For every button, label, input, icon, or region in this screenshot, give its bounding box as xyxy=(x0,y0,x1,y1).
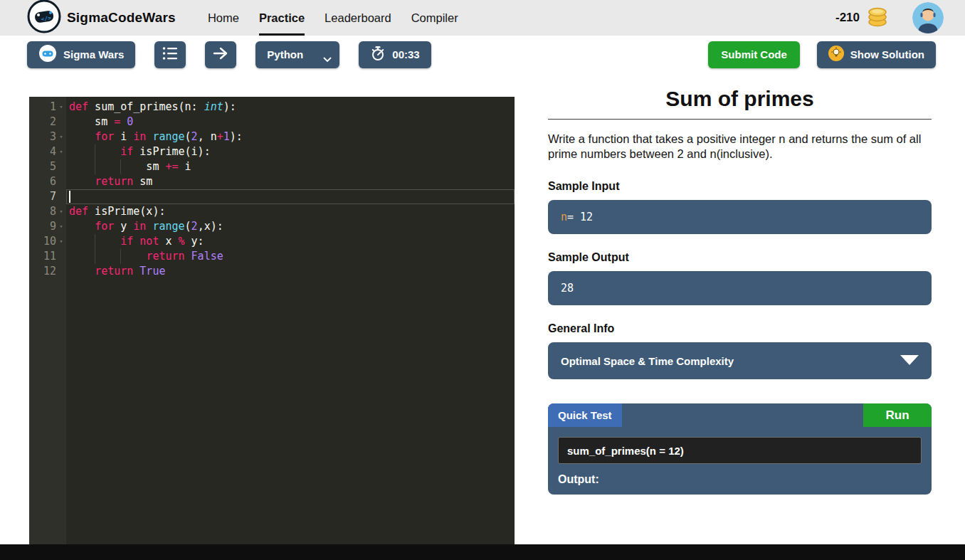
nav-item-home[interactable]: Home xyxy=(208,0,239,36)
problem-list-button[interactable] xyxy=(154,41,186,68)
fold-spacer xyxy=(56,249,66,264)
line-number: 5 xyxy=(29,159,56,174)
sample-input-rest: = 12 xyxy=(567,211,593,223)
general-info-accordion[interactable]: Optimal Space & Time Complexity xyxy=(548,342,932,379)
code-text: return False xyxy=(66,249,515,264)
gamepad-logo-icon: </> xyxy=(27,0,61,36)
toolbar: Sigma Wars Python xyxy=(0,36,965,69)
code-line[interactable]: 12 return True xyxy=(29,264,515,279)
timer-button[interactable]: 00:33 xyxy=(359,41,431,68)
brand[interactable]: </> SigmaCodeWars xyxy=(27,0,176,36)
sigma-wars-label: Sigma Wars xyxy=(63,48,124,60)
code-text: return True xyxy=(66,264,515,279)
line-number: 1 xyxy=(29,100,56,115)
stopwatch-icon xyxy=(370,46,386,63)
code-text: for y in range(2,x): xyxy=(66,219,515,234)
nav-item-compiler[interactable]: Compiler xyxy=(411,0,458,36)
lightbulb-icon xyxy=(828,46,844,63)
code-line[interactable]: 10▾ if not x % y: xyxy=(29,234,515,249)
output-label: Output: xyxy=(558,473,922,486)
code-line[interactable]: 11 return False xyxy=(29,249,515,264)
show-solution-label: Show Solution xyxy=(850,48,924,60)
fold-spacer xyxy=(56,115,66,130)
fold-marker-icon[interactable]: ▾ xyxy=(56,219,66,234)
code-area: 1▾def sum_of_primes(n: int):2 sm = 03▾ f… xyxy=(29,100,515,279)
list-icon xyxy=(162,46,178,63)
fold-spacer xyxy=(56,174,66,189)
line-number: 2 xyxy=(29,115,56,130)
quick-test-body: Output: xyxy=(548,427,932,495)
code-line[interactable]: 8▾def isPrime(x): xyxy=(29,204,515,219)
code-text xyxy=(66,189,515,204)
title-divider xyxy=(548,119,932,120)
line-number: 9 xyxy=(29,219,56,234)
app-window: </> SigmaCodeWars Home Practice Leaderbo… xyxy=(0,0,965,560)
fold-marker-icon[interactable]: ▾ xyxy=(56,234,66,249)
code-text: sm = 0 xyxy=(66,115,515,130)
quick-test-panel: Quick Test Run Output: xyxy=(548,403,932,495)
language-select-wrap: Python xyxy=(255,41,339,68)
line-number: 3 xyxy=(29,130,56,144)
sigma-wars-button[interactable]: Sigma Wars xyxy=(27,41,135,68)
quick-test-expression-input[interactable] xyxy=(558,437,922,464)
code-line[interactable]: 9▾ for y in range(2,x): xyxy=(29,219,515,234)
code-text: sm += i xyxy=(66,159,515,174)
run-button[interactable]: Run xyxy=(863,403,932,427)
bottom-bar xyxy=(0,544,965,560)
avatar[interactable] xyxy=(912,2,944,33)
sample-output-label: Sample Output xyxy=(548,251,932,264)
code-text: def sum_of_primes(n: int): xyxy=(66,100,515,115)
code-line[interactable]: 3▾ for i in range(2, n+1): xyxy=(29,130,515,144)
code-editor[interactable]: 1▾def sum_of_primes(n: int):2 sm = 03▾ f… xyxy=(29,97,515,544)
problem-panel: Sum of primes Write a function that take… xyxy=(548,87,932,495)
line-number: 10 xyxy=(29,234,56,249)
problem-title: Sum of primes xyxy=(548,87,932,111)
fold-marker-icon[interactable]: ▾ xyxy=(56,144,66,159)
fold-marker-icon[interactable]: ▾ xyxy=(56,130,66,144)
line-number: 4 xyxy=(29,144,56,159)
quick-test-header-spacer xyxy=(622,403,863,427)
sample-output-box: 28 xyxy=(548,271,932,305)
line-number: 7 xyxy=(29,189,56,204)
code-text: def isPrime(x): xyxy=(66,204,515,219)
line-number: 8 xyxy=(29,204,56,219)
line-number: 6 xyxy=(29,174,56,189)
arrow-right-icon xyxy=(213,46,228,63)
fold-spacer xyxy=(56,159,66,174)
navbar-right: -210 xyxy=(835,2,944,33)
code-line[interactable]: 1▾def sum_of_primes(n: int): xyxy=(29,100,515,115)
fold-spacer xyxy=(56,264,66,279)
code-line[interactable]: 4▾ if isPrime(i): xyxy=(29,144,515,159)
language-select[interactable]: Python xyxy=(255,41,339,68)
nav-links: Home Practice Leaderboard Compiler xyxy=(208,0,458,36)
line-number: 12 xyxy=(29,264,56,279)
code-line[interactable]: 2 sm = 0 xyxy=(29,115,515,130)
submit-code-button[interactable]: Submit Code xyxy=(708,41,800,68)
code-line[interactable]: 6 return sm xyxy=(29,174,515,189)
sample-output-value: 28 xyxy=(561,282,574,295)
code-line[interactable]: 5 sm += i xyxy=(29,159,515,174)
fold-marker-icon[interactable]: ▾ xyxy=(56,204,66,219)
timer-value: 00:33 xyxy=(392,48,419,60)
quick-test-header: Quick Test Run xyxy=(548,403,932,427)
gamepad-badge-icon xyxy=(38,44,57,65)
nav-item-leaderboard[interactable]: Leaderboard xyxy=(325,0,391,36)
toolbar-right: Submit Code Show Solution xyxy=(708,41,936,68)
show-solution-button[interactable]: Show Solution xyxy=(817,41,936,68)
fold-marker-icon[interactable]: ▾ xyxy=(56,100,66,115)
code-line[interactable]: 7 xyxy=(29,189,515,204)
coins-icon xyxy=(865,6,890,30)
nav-item-practice[interactable]: Practice xyxy=(259,0,305,36)
next-problem-button[interactable] xyxy=(205,41,236,68)
quick-test-tab[interactable]: Quick Test xyxy=(548,403,622,427)
code-text: if isPrime(i): xyxy=(66,144,515,159)
accordion-title: Optimal Space & Time Complexity xyxy=(561,355,734,367)
sample-input-box: n = 12 xyxy=(548,200,932,234)
points-balance: -210 xyxy=(835,11,860,25)
general-info-label: General Info xyxy=(548,322,932,335)
line-number: 11 xyxy=(29,249,56,264)
navbar: </> SigmaCodeWars Home Practice Leaderbo… xyxy=(0,0,965,36)
code-text: if not x % y: xyxy=(66,234,515,249)
sample-input-var: n xyxy=(561,211,567,223)
code-text: for i in range(2, n+1): xyxy=(66,130,515,144)
